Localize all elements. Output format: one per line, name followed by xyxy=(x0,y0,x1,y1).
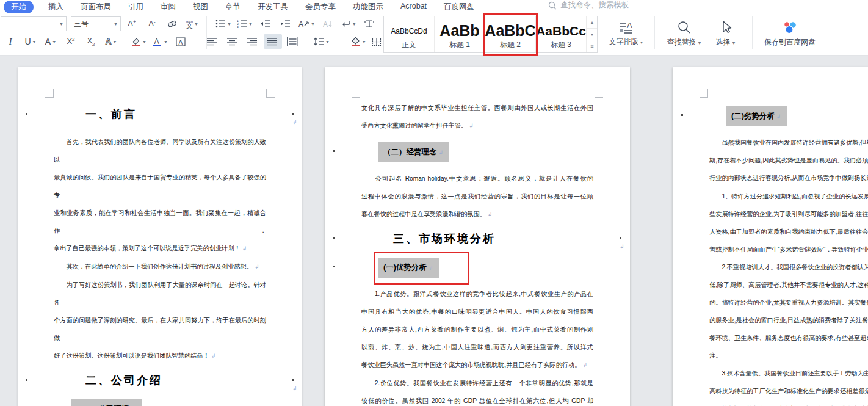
text-line[interactable]: 其次，在此简单的介绍一下我们创作这份计划书的过程及创业感想。 xyxy=(54,258,266,276)
underline-button[interactable]: U▼ xyxy=(21,34,40,49)
doc-paragraph[interactable]: 3.技术含量低。我国餐饮业目前还主要以手工劳动为主,技术含量高科技为特征的工厂化… xyxy=(709,364,868,406)
menu-tab-会员专享[interactable]: 会员专享 xyxy=(297,2,344,12)
text-line[interactable]: 受西方文化熏陶过的留学生担任主管。 xyxy=(361,117,593,135)
bullet-list-button[interactable]: ▼ xyxy=(214,16,233,31)
text-line[interactable]: 以煎、炸、烹、炒、烧为主,中国人注重味道,而西方人则更注重营养。所以洋式 xyxy=(361,338,593,356)
menu-tab-百度网盘[interactable]: 百度网盘 xyxy=(435,2,483,12)
text-line[interactable]: 中国具有相当大的优势,中餐的口味明显更适合中国人。中国人的饮食习惯跟西 xyxy=(361,303,593,321)
menu-tab-active[interactable]: 开始 xyxy=(4,1,34,13)
text-line[interactable]: 些发展特许经营的企业,为了吸引到尽可能多的加盟者,往往降低加盟者 xyxy=(709,205,868,223)
menu-tab-审阅[interactable]: 审阅 xyxy=(152,2,184,12)
text-line[interactable]: 个方面的问题做了深刻的研究。最后，在大家共同努力下，终于在最后的时刻做 xyxy=(54,311,266,347)
font-color-button[interactable]: A ▼ xyxy=(150,34,170,49)
save-to-baidu-button[interactable]: 保存到百度网盘 xyxy=(756,16,824,51)
text-line[interactable]: 业和业务素质，能在学习和社会生活中独当一面。我们聚集在一起，精诚合作， xyxy=(54,204,266,239)
text-line[interactable]: 人资格,由于加盟者的素质和自我约束能力低下,最后往往会因为个别门 xyxy=(709,223,868,241)
menu-tab-Acrobat[interactable]: Acrobat xyxy=(392,2,435,12)
text-line[interactable]: 公司起名 Roman holiday.中文意思：邂逅。顾名思义，就是让人在餐饮的 xyxy=(361,170,593,187)
menu-tab-页面布局[interactable]: 页面布局 xyxy=(72,2,120,12)
menu-tab-插入[interactable]: 插入 xyxy=(40,2,72,12)
italic-button[interactable]: I xyxy=(1,34,20,49)
style-cell-标题 1[interactable]: AaBb标题 1 xyxy=(435,16,485,52)
align-right-button[interactable] xyxy=(244,34,262,49)
text-line[interactable]: 注。 xyxy=(709,347,868,364)
doc-paragraph[interactable]: 虽然我国餐饮业在国内发展特许经营拥有诸多优势,但毕竟还处于期,存在着不少问题,因… xyxy=(709,134,868,187)
text-line[interactable]: 善或控制不住局面而产生“多米诺骨牌效应”，导致特许企业全面受损 xyxy=(709,241,868,258)
text-line[interactable]: 的。搞特许经营的企业,尤其要重视人力资源培训。其实餐饮业作为第 xyxy=(709,294,868,311)
decrease-font-button[interactable]: A- xyxy=(143,16,161,31)
text-line[interactable]: 2.价位优势。我国餐饮业在发展特许经营上还有一个非常明显的优势,那就是 xyxy=(361,374,593,392)
wrap-marks-button[interactable]: ▼ xyxy=(339,16,358,31)
doc-paragraph[interactable]: 1.产品优势。跟洋式餐饮业这样的竞争者比较起来,中式餐饮业生产的产品在中国具有相… xyxy=(361,285,593,374)
align-justify-button[interactable] xyxy=(264,34,282,49)
numbered-list-button[interactable]: 123▼ xyxy=(235,16,255,31)
text-line[interactable]: 方人的差异非常大,西方菜肴的制作主要以煮、焖、炖为主,而中式菜肴的制作则 xyxy=(361,321,593,338)
text-direction-button[interactable]: A ▼ xyxy=(297,16,317,31)
text-line[interactable]: 餐饮业巨头虽然一直对中国这个庞大的市场虎视眈眈,并且已经有了实际的行动。 xyxy=(361,356,593,374)
font-name-select[interactable]: ▼ xyxy=(1,16,67,31)
subscript-button[interactable]: X2 xyxy=(82,34,100,49)
text-line[interactable]: 行业的内部状态进行客观分析,从而在市场竞争中做到扬长避短。 xyxy=(709,169,868,187)
doc-heading[interactable]: 三、市场环境分析 xyxy=(361,230,593,248)
superscript-button[interactable]: X2 xyxy=(62,34,80,49)
highlight-color-button[interactable]: ▼ xyxy=(129,34,148,49)
text-effects-button[interactable]: A▼ xyxy=(102,34,120,49)
pinyin-guide-button[interactable]: wén文▼ xyxy=(183,16,201,31)
strikethrough-button[interactable]: A▼ xyxy=(42,34,60,49)
menu-tab-功能图示[interactable]: 功能图示 xyxy=(344,2,392,12)
text-line[interactable]: 最真诚的问候。我们的团队是来自于国贸专业的精英，每个人多具备了较强的专 xyxy=(54,169,266,204)
menu-tab-引用[interactable]: 引用 xyxy=(120,2,152,12)
text-line[interactable]: 拿出了自己最强的本领，策划了这个可以说是近乎完美的创业计划！ xyxy=(54,239,266,258)
style-cell-标题 3[interactable]: AaBbCc标题 3 xyxy=(536,16,587,52)
text-line[interactable]: 的服务业,是社会的窗口行业,日益成熟的消费者除了关注餐饮的色、香 xyxy=(709,311,868,329)
text-line[interactable]: 虽然我国餐饮业在国内发展特许经营拥有诸多优势,但毕竟还处于 xyxy=(709,134,868,151)
document-page-3[interactable]: (二)劣势分析 虽然我国餐饮业在国内发展特许经营拥有诸多优势,但毕竟还处于期,存… xyxy=(673,67,868,406)
distribute-button[interactable] xyxy=(284,34,302,49)
doc-subheading[interactable]: （二）经营理念 xyxy=(378,142,449,162)
character-border-button[interactable]: A xyxy=(172,34,190,49)
gallery-down-icon[interactable]: ▼ xyxy=(587,29,597,41)
text-line[interactable]: 较低的价位。虽然我国 2002 年的 GDP 总值在全球排在第六位,但人均 GD… xyxy=(361,392,593,406)
doc-subheading[interactable]: (二)劣势分析 xyxy=(726,106,787,126)
text-line[interactable]: 高科技为特征的工厂化生产和标准化生产的要求还相差很远。现代餐 xyxy=(709,382,868,400)
tab-ruler-button[interactable] xyxy=(360,16,378,31)
doc-paragraph[interactable]: 2.不重视培训人才。我国很多餐饮企业的投资者都认为餐饮行业的低,除了厨师、高层管… xyxy=(709,258,868,364)
sort-button[interactable]: A xyxy=(319,16,337,31)
doc-subheading[interactable]: （一）公司环境 xyxy=(71,399,142,406)
line-spacing-button[interactable]: ▼ xyxy=(312,34,331,49)
text-layout-button[interactable]: A 文字排版▼ xyxy=(601,16,651,51)
increase-font-button[interactable]: A+ xyxy=(123,16,141,31)
document-page-2[interactable]: 文化具有深层了解的中文系毕业生担任主管。西餐则由外国人或长期生活在外国受西方文化… xyxy=(325,67,630,406)
menu-tab-视图[interactable]: 视图 xyxy=(184,2,217,12)
select-button[interactable]: 选择▼ xyxy=(708,16,743,51)
clear-format-button[interactable] xyxy=(163,16,181,31)
text-line[interactable]: 低,除了厨师、高层管理者,其他并不需要很专业的人才,这种经营理念是 xyxy=(709,276,868,294)
doc-paragraph[interactable]: 其次，在此简单的介绍一下我们创作这份计划书的过程及创业感想。 xyxy=(54,258,266,276)
shading-button[interactable]: ▼ xyxy=(349,34,368,49)
doc-heading[interactable]: 二、公司介绍 xyxy=(54,371,266,390)
menu-tab-开发工具[interactable]: 开发工具 xyxy=(249,2,297,12)
gallery-more-icon[interactable]: ≡ xyxy=(587,40,597,52)
find-replace-button[interactable]: 查找替换▼ xyxy=(660,16,708,51)
doc-paragraph[interactable]: 首先，我代表我们的团队向各位老师、同学以及所有关注这份策划的人致以最真诚的问候。… xyxy=(54,133,266,258)
command-search[interactable]: 查找命令、搜索模板 xyxy=(548,0,629,10)
align-center-button[interactable] xyxy=(223,34,242,49)
gallery-up-icon[interactable]: ▲ xyxy=(587,16,597,29)
style-cell-标题 2[interactable]: AaBbC标题 2 xyxy=(485,16,536,52)
doc-heading[interactable]: 一、前言 xyxy=(54,105,266,123)
doc-paragraph[interactable]: 为了写好这份策划书，我们团队利用了大量的课余时间在一起讨论。针对各个方面的问题做… xyxy=(54,276,266,365)
text-line[interactable]: 1、特许方过分追求短期利益,而忽视了企业的长远发展。我国餐饮 xyxy=(709,187,868,205)
text-line[interactable]: 期,存在着不少问题,因此其劣势也是显而易见的。我们必须从宏观上对 xyxy=(709,151,868,169)
menu-tab-章节[interactable]: 章节 xyxy=(217,2,249,12)
style-gallery-scroll[interactable]: ▲ ▼ ≡ xyxy=(587,16,598,53)
text-line[interactable]: 2.不重视培训人才。我国很多餐饮企业的投资者都认为餐饮行业的 xyxy=(709,258,868,276)
text-line[interactable]: 客在餐饮的过程中是在享受浪漫和谐的氛围。 xyxy=(361,205,593,223)
style-cell-正文[interactable]: AaBbCcDd正文 xyxy=(384,16,435,52)
font-size-select[interactable]: 三号▼ xyxy=(71,16,121,31)
text-line[interactable]: 餐环境、卫生条件、服务态度也有很高的要求,有些甚至超出了对产品 xyxy=(709,329,868,347)
decrease-indent-button[interactable] xyxy=(256,16,275,31)
increase-indent-button[interactable] xyxy=(277,16,295,31)
text-line[interactable]: 好了这份策划。这份策划可以说是我们团队智慧的结晶！ xyxy=(54,347,266,365)
doc-paragraph[interactable]: 公司起名 Roman holiday.中文意思：邂逅。顾名思义，就是让人在餐饮的… xyxy=(361,170,593,223)
text-line[interactable]: 文化具有深层了解的中文系毕业生担任主管。西餐则由外国人或长期生活在外国 xyxy=(361,99,593,117)
